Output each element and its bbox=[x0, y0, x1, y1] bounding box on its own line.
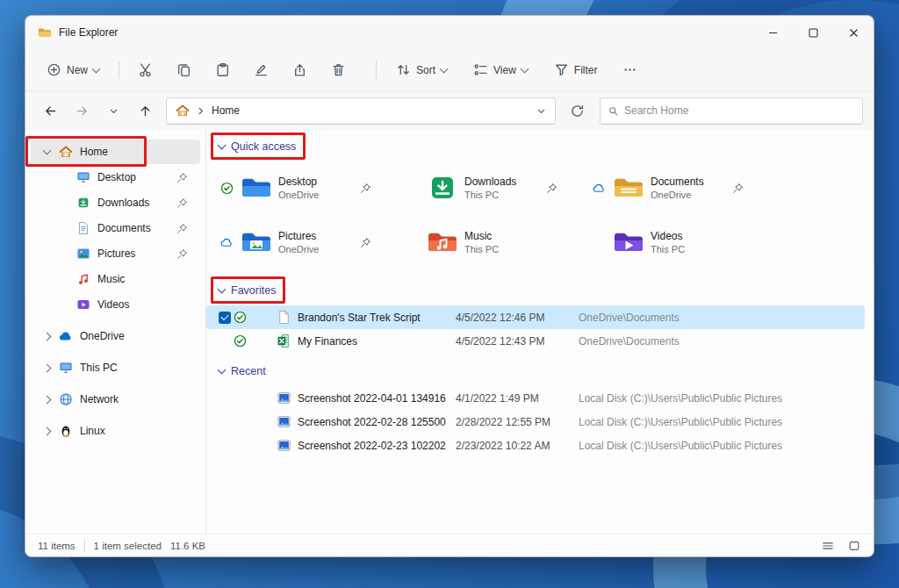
rename-icon bbox=[254, 62, 269, 77]
refresh-icon bbox=[570, 104, 585, 118]
sidebar-item-downloads[interactable]: Downloads bbox=[31, 190, 200, 215]
chevron-right-icon[interactable] bbox=[42, 427, 51, 435]
music-icon bbox=[76, 272, 90, 286]
large-icons-view-icon bbox=[848, 540, 860, 552]
sidebar-item-linux[interactable]: Linux bbox=[31, 419, 200, 443]
section-header-quick-access[interactable]: Quick access bbox=[219, 139, 296, 154]
folder-name: Downloads bbox=[464, 176, 516, 188]
chevron-down-icon[interactable] bbox=[218, 366, 227, 375]
recent-locations-button[interactable] bbox=[99, 97, 127, 125]
sidebar-item-onedrive[interactable]: OneDrive bbox=[31, 324, 200, 348]
view-button-label: View bbox=[493, 64, 516, 76]
minimize-button[interactable] bbox=[752, 16, 793, 49]
navigation-bar: Home bbox=[25, 91, 874, 130]
quick-access-item-documents[interactable]: DocumentsOneDrive bbox=[593, 161, 779, 214]
quick-access-item-desktop[interactable]: DesktopOneDrive bbox=[220, 161, 406, 214]
file-row-screenshot-2022-02-23[interactable]: Screenshot 2022-02-23 102202 2/23/2022 1… bbox=[206, 434, 865, 457]
sidebar-item-label: Pictures bbox=[97, 247, 135, 260]
file-row-my-finances[interactable]: My Finances 4/5/2022 12:43 PM OneDrive\D… bbox=[206, 329, 865, 353]
file-row-brandons-star-trek-script[interactable]: Brandon's Star Trek Script 4/5/2022 12:4… bbox=[206, 305, 865, 329]
share-button[interactable] bbox=[286, 57, 313, 83]
folder-location: This PC bbox=[464, 244, 499, 255]
search-input[interactable] bbox=[624, 104, 854, 117]
file-date-modified: 2/23/2022 10:22 AM bbox=[456, 440, 579, 452]
back-button[interactable] bbox=[36, 97, 64, 125]
paste-button[interactable] bbox=[209, 57, 235, 83]
sort-button[interactable]: Sort bbox=[389, 57, 454, 82]
breadcrumb[interactable]: Home bbox=[212, 104, 240, 117]
view-button[interactable]: View bbox=[466, 57, 535, 82]
downloads-folder-icon bbox=[427, 175, 458, 201]
quick-access-item-music[interactable]: MusicThis PC bbox=[406, 216, 593, 269]
toolbar-divider bbox=[376, 61, 377, 79]
refresh-button[interactable] bbox=[563, 97, 591, 125]
pin-icon bbox=[360, 237, 371, 248]
cloud-status-icon bbox=[593, 182, 606, 195]
sidebar-item-label: Downloads bbox=[97, 197, 149, 209]
sidebar-item-network[interactable]: Network bbox=[31, 387, 200, 412]
file-name: My Finances bbox=[298, 335, 456, 348]
toolbar-divider bbox=[119, 61, 119, 79]
chevron-right-icon[interactable] bbox=[42, 363, 51, 372]
quick-access-item-pictures[interactable]: PicturesOneDrive bbox=[220, 216, 406, 269]
file-row-screenshot-2022-02-28[interactable]: Screenshot 2022-02-28 125500 2/28/2022 1… bbox=[206, 410, 865, 434]
chevron-down-icon[interactable] bbox=[218, 285, 227, 294]
section-header-favorites[interactable]: Favorites bbox=[219, 283, 276, 298]
music-folder-icon bbox=[427, 229, 458, 255]
home-icon bbox=[59, 145, 73, 159]
sidebar-item-music[interactable]: Music bbox=[31, 267, 200, 291]
quick-access-item-videos[interactable]: VideosThis PC bbox=[593, 216, 779, 269]
copy-button[interactable] bbox=[170, 57, 197, 83]
statusbar-divider bbox=[84, 540, 85, 551]
recent-list: Screenshot 2022-04-01 134916 4/1/2022 1:… bbox=[206, 386, 874, 457]
arrow-right-icon bbox=[75, 104, 90, 118]
filter-button[interactable]: Filter bbox=[547, 57, 605, 82]
sidebar-item-home[interactable]: Home bbox=[31, 140, 200, 164]
details-view-button[interactable] bbox=[817, 537, 838, 555]
address-dropdown-icon[interactable] bbox=[536, 106, 546, 116]
sidebar-item-pictures[interactable]: Pictures bbox=[31, 241, 200, 266]
sidebar-item-documents[interactable]: Documents bbox=[31, 216, 200, 240]
sidebar-item-desktop[interactable]: Desktop bbox=[31, 165, 200, 190]
address-bar[interactable]: Home bbox=[166, 97, 556, 125]
file-row-screenshot-2022-04-01[interactable]: Screenshot 2022-04-01 134916 4/1/2022 1:… bbox=[206, 386, 865, 410]
chevron-right-icon[interactable] bbox=[42, 332, 51, 341]
sidebar-item-videos[interactable]: Videos bbox=[31, 292, 200, 317]
selection-size: 11.6 KB bbox=[170, 541, 205, 551]
section-header-recent[interactable]: Recent bbox=[219, 363, 266, 379]
file-path: Local Disk (C:)\Users\Public\Public Pict… bbox=[579, 416, 865, 428]
sidebar-item-label: Linux bbox=[80, 425, 105, 437]
row-checkbox[interactable] bbox=[219, 312, 231, 324]
delete-button[interactable] bbox=[325, 57, 351, 83]
section-label: Favorites bbox=[231, 284, 276, 297]
new-button[interactable]: New bbox=[40, 57, 106, 82]
chevron-down-icon[interactable] bbox=[218, 141, 227, 150]
pin-icon bbox=[176, 197, 188, 209]
folder-name: Videos bbox=[651, 230, 685, 242]
see-more-button[interactable] bbox=[617, 57, 644, 83]
sidebar-item-this-pc[interactable]: This PC bbox=[31, 355, 200, 380]
folder-name: Pictures bbox=[278, 230, 319, 242]
up-button[interactable] bbox=[131, 97, 159, 125]
folder-name: Documents bbox=[651, 176, 704, 188]
title-bar: File Explorer bbox=[25, 16, 874, 49]
pin-icon bbox=[176, 223, 188, 234]
trash-icon bbox=[331, 62, 346, 77]
chevron-down-icon[interactable] bbox=[42, 147, 51, 155]
close-button[interactable] bbox=[833, 16, 874, 49]
folder-location: OneDrive bbox=[651, 190, 704, 200]
maximize-button[interactable] bbox=[793, 16, 833, 49]
rename-button[interactable] bbox=[248, 57, 274, 83]
sidebar-item-label: Documents bbox=[97, 222, 151, 234]
sort-button-label: Sort bbox=[416, 64, 435, 76]
cut-button[interactable] bbox=[132, 57, 158, 83]
documents-icon bbox=[76, 221, 90, 235]
plus-circle-icon bbox=[47, 62, 61, 77]
forward-button[interactable] bbox=[68, 97, 96, 125]
large-icons-view-button[interactable] bbox=[844, 537, 865, 555]
window-body: Home Desktop Downloads Documents Picture… bbox=[25, 130, 874, 534]
scissors-icon bbox=[138, 62, 153, 77]
quick-access-item-downloads[interactable]: DownloadsThis PC bbox=[406, 161, 593, 214]
videos-icon bbox=[76, 298, 90, 312]
chevron-right-icon[interactable] bbox=[42, 395, 51, 404]
